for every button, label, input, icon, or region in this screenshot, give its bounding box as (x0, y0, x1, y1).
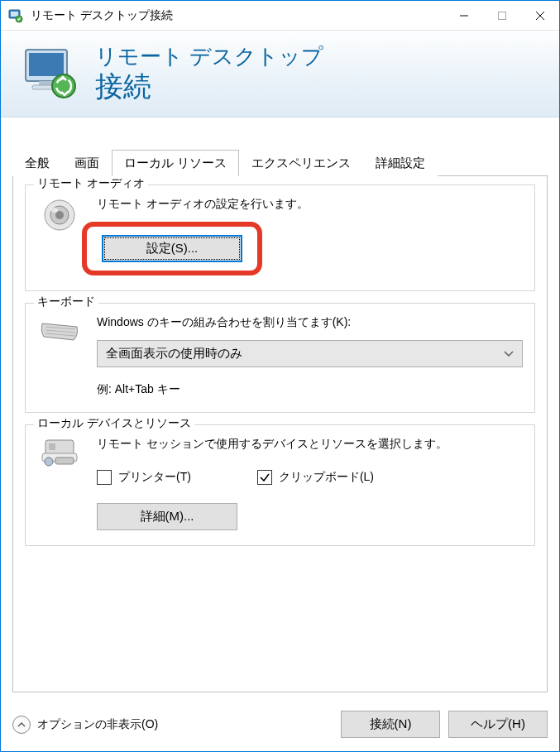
checkbox-clipboard[interactable]: クリップボード(L) (257, 470, 374, 485)
footer: オプションの非表示(O) 接続(N) ヘルプ(H) (1, 701, 559, 751)
keyboard-select-value: 全画面表示の使用時のみ (106, 346, 242, 362)
titlebar: リモート デスクトップ接続 (1, 1, 559, 31)
rdc-icon (21, 43, 79, 101)
window-controls (445, 1, 559, 31)
svg-point-16 (51, 208, 58, 213)
close-button[interactable] (521, 1, 559, 31)
chevron-down-icon (504, 351, 514, 357)
highlight-annotation: 設定(S)... (82, 222, 262, 275)
tabstrip: 全般 画面 ローカル リソース エクスペリエンス 詳細設定 (12, 149, 548, 176)
tab-local-resources[interactable]: ローカル リソース (112, 150, 239, 176)
svg-point-23 (45, 457, 53, 466)
remote-audio-desc: リモート オーディオの設定を行います。 (97, 197, 523, 212)
svg-rect-8 (29, 53, 64, 76)
checkbox-printer[interactable]: プリンター(T) (97, 470, 191, 485)
tab-display[interactable]: 画面 (62, 150, 112, 176)
hide-options-label[interactable]: オプションの非表示(O) (37, 717, 158, 732)
svg-rect-24 (55, 457, 74, 464)
tab-advanced[interactable]: 詳細設定 (363, 150, 438, 176)
legend-local-devices: ローカル デバイスとリソース (34, 416, 194, 431)
keyboard-combo-select[interactable]: 全画面表示の使用時のみ (97, 340, 523, 367)
tab-general[interactable]: 全般 (12, 150, 62, 176)
header-text: リモート デスクトップ 接続 (95, 42, 323, 102)
tab-experience[interactable]: エクスペリエンス (239, 150, 363, 176)
keyboard-icon (37, 315, 82, 343)
app-icon (7, 7, 24, 24)
header-banner: リモート デスクトップ 接続 (1, 31, 559, 117)
group-remote-audio: リモート オーディオ リモート オーディオの設定を行います。 設定 (25, 184, 535, 291)
content-area: 全般 画面 ローカル リソース エクスペリエンス 詳細設定 リモート オーディオ (1, 117, 559, 701)
printer-label: プリンター(T) (118, 470, 191, 485)
devices-desc: リモート セッションで使用するデバイスとリソースを選択します。 (97, 437, 523, 452)
svg-rect-4 (499, 12, 506, 19)
minimize-button[interactable] (445, 1, 483, 31)
devices-more-button[interactable]: 詳細(M)... (97, 503, 237, 530)
maximize-button[interactable] (483, 1, 521, 31)
connect-button[interactable]: 接続(N) (341, 711, 440, 738)
window-title: リモート デスクトップ接続 (31, 8, 445, 23)
keyboard-example: 例: Alt+Tab キー (97, 382, 523, 397)
header-line1: リモート デスクトップ (95, 42, 323, 71)
group-local-devices: ローカル デバイスとリソース リモート セッションで使用するデバイスとリソースを… (25, 424, 535, 546)
svg-point-15 (55, 211, 64, 219)
tab-panel-local-resources: リモート オーディオ リモート オーディオの設定を行います。 設定 (12, 176, 548, 692)
speaker-icon (37, 197, 82, 233)
collapse-options-icon[interactable] (12, 716, 31, 734)
audio-settings-button[interactable]: 設定(S)... (102, 235, 242, 262)
devices-icon (37, 437, 82, 470)
svg-rect-1 (11, 12, 18, 17)
svg-rect-21 (49, 443, 55, 450)
rdc-window: リモート デスクトップ接続 (0, 0, 560, 752)
clipboard-label: クリップボード(L) (279, 470, 374, 485)
keyboard-desc: Windows のキーの組み合わせを割り当てます(K): (97, 315, 523, 330)
checkbox-box-unchecked (97, 470, 112, 485)
legend-keyboard: キーボード (34, 295, 98, 309)
group-keyboard: キーボード Windows のキーの組み合わせを割り当てます(K): (25, 303, 535, 413)
header-line2: 接続 (95, 71, 323, 102)
legend-remote-audio: リモート オーディオ (34, 176, 148, 191)
checkbox-box-checked (257, 470, 272, 485)
help-button[interactable]: ヘルプ(H) (448, 711, 548, 738)
